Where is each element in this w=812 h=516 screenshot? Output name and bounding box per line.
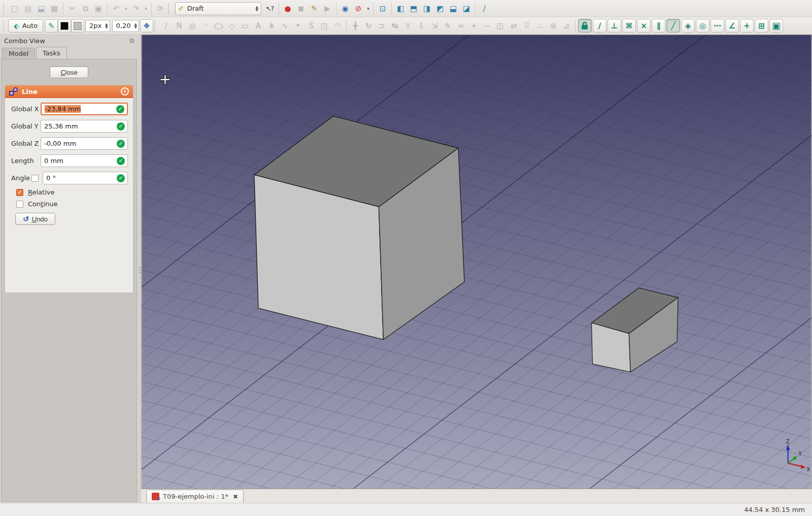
paste-button[interactable]: ▣ xyxy=(92,2,105,15)
spin-arrows[interactable]: ▲▼ xyxy=(134,23,137,29)
undo-button[interactable]: ↶ xyxy=(110,2,123,15)
draw-style-button[interactable]: ⊘ xyxy=(352,2,365,15)
face-color-button[interactable] xyxy=(71,19,84,33)
draft-edit-button[interactable]: ✎ xyxy=(441,19,454,33)
document-tab[interactable]: ⚙ T09-ejemplo-ini : 1* ✖ xyxy=(146,490,244,503)
draft-scale-button[interactable]: ⇲ xyxy=(428,19,441,33)
view-right-button[interactable]: ◨ xyxy=(420,2,433,15)
global-x-input[interactable]: -23,84 mm ✓ xyxy=(41,103,128,115)
snap-lock-button[interactable] xyxy=(578,19,592,33)
snap-special-button[interactable]: ⌘ xyxy=(622,19,636,33)
snap-intersection-button[interactable]: × xyxy=(637,19,651,33)
draft-bspline-button[interactable]: ∿ xyxy=(278,19,291,33)
global-y-input[interactable]: 25,36 mm ✓ xyxy=(41,120,128,133)
toolbar-handle[interactable] xyxy=(168,3,171,14)
spin-arrows[interactable]: ▲▼ xyxy=(105,23,108,29)
angle-input[interactable]: 0 ° ✓ xyxy=(43,172,128,184)
collapse-icon[interactable]: » xyxy=(121,87,129,95)
float-dock-icon[interactable]: ⧉ xyxy=(129,37,134,44)
view-front-button[interactable]: ◧ xyxy=(394,2,407,15)
snap-midpoint-button[interactable]: ∕ xyxy=(593,19,606,33)
undo-dropdown[interactable]: ▾ xyxy=(123,2,129,15)
draft-upgrade-button[interactable]: ⇧ xyxy=(401,19,415,33)
draft-add-point-button[interactable]: + xyxy=(467,19,481,33)
print-button[interactable]: ▦ xyxy=(48,2,61,15)
line-color-button[interactable] xyxy=(58,19,71,33)
snap-extension-button[interactable]: ◈ xyxy=(681,19,695,33)
draft-path-array-button[interactable]: ∴ xyxy=(533,19,547,33)
view-top-button[interactable]: ⬒ xyxy=(407,2,420,15)
draft-offset-button[interactable]: ⊃ xyxy=(375,19,388,33)
whats-this-button[interactable]: ↖? xyxy=(263,2,277,15)
draft-rotate-button[interactable]: ↻ xyxy=(362,19,375,33)
global-z-input[interactable]: -0,00 mm ✓ xyxy=(41,137,128,150)
draft-point-button[interactable]: • xyxy=(291,19,304,33)
snap-center-button[interactable]: ◎ xyxy=(696,19,709,33)
draft-clone-button[interactable]: ⊚ xyxy=(547,19,560,33)
draft-facebinder-button[interactable]: ◳ xyxy=(318,19,331,33)
undo-button[interactable]: ↺ Undo xyxy=(15,213,55,225)
draw-style-dropdown[interactable]: ▾ xyxy=(365,2,371,15)
view-left-button[interactable]: ◪ xyxy=(460,2,473,15)
toolbar-handle[interactable] xyxy=(3,3,6,14)
draft-polyline-button[interactable]: N xyxy=(173,19,186,33)
draft-bezier-button[interactable]: ◠ xyxy=(331,19,344,33)
draft-text-button[interactable]: A xyxy=(252,19,265,33)
toggle-grid-button[interactable]: ▣ xyxy=(769,19,783,33)
continue-checkbox[interactable] xyxy=(16,201,23,208)
macro-stop-button[interactable]: ■ xyxy=(294,2,308,15)
draft-del-point-button[interactable]: − xyxy=(481,19,494,33)
combo-spin-arrows[interactable]: ▲▼ xyxy=(256,6,258,12)
draft-arc-button[interactable]: ◝ xyxy=(199,19,212,33)
tab-model[interactable]: Model xyxy=(2,48,35,59)
redo-dropdown[interactable]: ▾ xyxy=(143,2,149,15)
draft-to-sketch-button[interactable]: ⇄ xyxy=(507,19,520,33)
refresh-button[interactable]: ⟳ xyxy=(154,2,167,15)
draft-array-button[interactable]: ⠿ xyxy=(520,19,533,33)
tab-close-icon[interactable]: ✖ xyxy=(233,493,238,500)
macro-edit-button[interactable]: ✎ xyxy=(308,2,321,15)
measure-button[interactable]: ∕ xyxy=(478,2,491,15)
draft-shapestring-button[interactable]: S xyxy=(304,19,318,33)
cut-button[interactable]: ✂ xyxy=(65,2,79,15)
snap-angle-button[interactable]: ∠ xyxy=(725,19,739,33)
draft-ellipse-button[interactable]: ○ xyxy=(212,19,225,33)
view-axonometric-button[interactable]: ⊡ xyxy=(376,2,389,15)
draft-move-button[interactable]: ╋ xyxy=(349,19,362,33)
copy-button[interactable]: ⧉ xyxy=(79,2,92,15)
snap-working-plane-button[interactable]: ⊞ xyxy=(755,19,768,33)
draft-dimension-button[interactable]: ⋔ xyxy=(265,19,278,33)
line-task-header[interactable]: Line » xyxy=(5,85,133,98)
draft-heal-button[interactable]: ⊿ xyxy=(560,19,573,33)
apply-style-button[interactable]: ❖ xyxy=(140,19,153,33)
relative-checkbox[interactable]: ✓ xyxy=(16,189,23,196)
new-document-button[interactable]: ▢ xyxy=(8,2,21,15)
snap-perpendicular-button[interactable]: ⊥ xyxy=(607,19,621,33)
snap-endpoint-button[interactable]: ╱ xyxy=(666,19,680,33)
draft-rectangle-button[interactable]: ▭ xyxy=(239,19,252,33)
close-button[interactable]: Close xyxy=(50,67,88,78)
working-plane-button[interactable]: ⬖Auto xyxy=(8,19,43,33)
view-rear-button[interactable]: ◩ xyxy=(433,2,447,15)
redo-button[interactable]: ↷ xyxy=(129,2,143,15)
length-input[interactable]: 0 mm ✓ xyxy=(41,154,128,167)
snap-dimensions-button[interactable]: ⋯ xyxy=(710,19,724,33)
view-bottom-button[interactable]: ⬓ xyxy=(447,2,460,15)
snap-parallel-button[interactable]: ∥ xyxy=(652,19,665,33)
macro-record-button[interactable]: ● xyxy=(281,2,294,15)
toolbar-handle[interactable] xyxy=(154,20,157,31)
text-scale-spinbox[interactable]: 0,20▲▼ xyxy=(112,20,139,32)
save-document-button[interactable]: ⬓ xyxy=(35,2,48,15)
toolbar-handle[interactable] xyxy=(3,20,6,31)
draft-shape2dview-button[interactable]: ◫ xyxy=(494,19,507,33)
line-width-spinbox[interactable]: 2px▲▼ xyxy=(85,20,110,32)
draft-trimex-button[interactable]: ↹ xyxy=(388,19,401,33)
draft-downgrade-button[interactable]: ⇩ xyxy=(415,19,428,33)
3d-viewport[interactable]: Z Y X xyxy=(141,35,812,489)
draft-circle-button[interactable]: ◎ xyxy=(186,19,199,33)
draft-wire-to-bspline-button[interactable]: ≈ xyxy=(454,19,467,33)
macro-play-button[interactable]: ▶ xyxy=(321,2,334,15)
snap-ortho-button[interactable]: + xyxy=(740,19,754,33)
draft-polygon-button[interactable]: ◇ xyxy=(225,19,239,33)
angle-lock-checkbox[interactable] xyxy=(31,175,39,182)
